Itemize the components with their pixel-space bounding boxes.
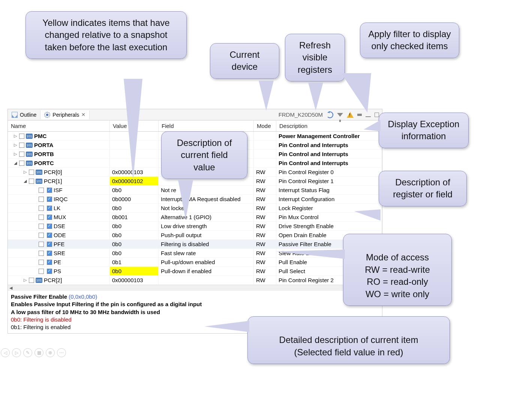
register-icon: 101 [26, 161, 33, 166]
maximize-icon[interactable] [375, 113, 379, 117]
cell-value: 0b0 [110, 222, 159, 230]
callout-tail [341, 73, 371, 113]
prev-slide-icon[interactable]: ◁ [1, 348, 10, 357]
checkbox[interactable] [29, 170, 34, 175]
close-icon[interactable]: ✕ [81, 112, 85, 117]
checkbox[interactable] [39, 233, 44, 238]
expander-icon[interactable]: ▷ [23, 170, 27, 174]
callout-tail [204, 321, 249, 332]
next-slide-icon[interactable]: ▷ [12, 348, 21, 357]
callout-tail [124, 79, 142, 180]
cell-field: Not re [159, 186, 254, 194]
checkbox[interactable] [39, 269, 44, 274]
header-name[interactable]: Name [8, 120, 110, 131]
callout-tail [259, 81, 274, 111]
expander-icon[interactable]: ▷ [23, 278, 27, 283]
pen-icon[interactable]: ✎ [23, 348, 32, 357]
table-row[interactable]: MUX0b001Alternative 1 (GPIO)RWPin Mux Co… [8, 213, 382, 222]
slides-icon[interactable]: ▦ [34, 348, 43, 357]
cell-mode: RW [254, 168, 276, 176]
tab-outline[interactable]: Outline [8, 110, 40, 119]
cell-name: ▷101PMC [8, 132, 110, 140]
view-menu-icon[interactable] [357, 114, 362, 116]
detail-line1: Enables Passive Input Filtering if the p… [11, 301, 379, 308]
tab-outline-label: Outline [20, 112, 36, 118]
table-row[interactable]: ISF0b0Not reRWInterrupt Status Flag [8, 186, 382, 195]
table-row[interactable]: DSE0b0Low drive strengthRWDrive Strength… [8, 222, 382, 231]
checkbox[interactable] [39, 260, 44, 265]
row-name: PCR[2] [44, 277, 62, 283]
expander-icon[interactable]: ◢ [23, 179, 27, 183]
callout-tail [354, 209, 381, 221]
checkbox[interactable] [47, 215, 52, 220]
cell-desc: Interrupt Status Flag [276, 186, 382, 194]
register-icon: 101 [26, 152, 33, 157]
cell-value: 0b0 [110, 267, 159, 275]
table-row[interactable]: IRQC0b0000Interrupt/DMA Request disabled… [8, 195, 382, 204]
callout-field-desc: Description of current field value [161, 131, 247, 179]
register-icon: 101 [26, 143, 33, 148]
table-row[interactable]: PFE0b0Filtering is disabledRWPassive Fil… [8, 240, 382, 249]
checkbox[interactable] [39, 242, 44, 247]
checkbox[interactable] [47, 269, 52, 274]
checkbox[interactable] [19, 143, 24, 148]
cell-value: 0b0 [110, 240, 159, 248]
expander-icon[interactable]: ◢ [13, 161, 18, 165]
checkbox[interactable] [39, 251, 44, 256]
checkbox[interactable] [39, 215, 44, 220]
cell-field: Fast slew rate [159, 249, 254, 257]
cell-desc: Pin Control Register 1 [276, 177, 382, 185]
checkbox[interactable] [47, 251, 52, 256]
row-name: PMC [34, 133, 46, 139]
cell-name: ▷101PCR[0] [8, 168, 110, 176]
table-row[interactable]: ODE0b0Push-pull outputRWOpen Drain Enabl… [8, 231, 382, 240]
checkbox[interactable] [47, 206, 52, 211]
checkbox[interactable] [29, 179, 34, 184]
cell-name: SRE [8, 249, 110, 257]
header-field[interactable]: Field [159, 120, 254, 131]
checkbox[interactable] [47, 242, 52, 247]
table-row[interactable]: ▷101PCR[2]0x00000103RWPin Control Regist… [8, 276, 382, 285]
expander-icon[interactable]: ▷ [13, 143, 18, 147]
outline-icon [12, 112, 18, 118]
checkbox[interactable] [19, 134, 24, 139]
checkbox[interactable] [47, 224, 52, 229]
zoom-icon[interactable]: ⊕ [46, 348, 55, 357]
minimize-icon[interactable] [366, 116, 371, 117]
checkbox[interactable] [47, 233, 52, 238]
cell-mode: RW [254, 258, 276, 266]
checkbox[interactable] [39, 206, 44, 211]
expander-icon[interactable]: ▷ [13, 152, 18, 156]
checkbox[interactable] [47, 260, 52, 265]
row-name: DSE [54, 223, 65, 229]
cell-value: 0x00000103 [110, 276, 159, 284]
refresh-icon[interactable] [327, 111, 333, 118]
register-icon: 101 [26, 134, 33, 139]
detail-title: Passive Filter Enable [11, 293, 67, 300]
callout-refresh: Refresh visible registers [285, 34, 345, 81]
checkbox[interactable] [39, 224, 44, 229]
table-row[interactable]: PS0b0Pull-down if enabledRWPull Select [8, 267, 382, 276]
cell-mode [254, 150, 276, 158]
row-name: PCR[0] [44, 169, 62, 175]
checkbox[interactable] [29, 278, 34, 283]
cell-desc: Drive Strength Enable [276, 222, 382, 230]
checkbox[interactable] [39, 188, 44, 193]
header-mode[interactable]: Mode [254, 120, 276, 131]
cell-name: PE [8, 258, 110, 266]
filter-icon[interactable] [337, 113, 343, 117]
checkbox[interactable] [39, 197, 44, 202]
checkbox[interactable] [19, 152, 24, 157]
table-row[interactable]: PE0b1Pull-up/down enabledRWPull Enable [8, 258, 382, 267]
scroll-left-icon[interactable]: ◀ [8, 286, 14, 290]
horizontal-scrollbar[interactable]: ◀ [8, 285, 382, 291]
checkbox[interactable] [47, 197, 52, 202]
expander-icon[interactable]: ▷ [13, 134, 18, 138]
tab-peripherals[interactable]: Peripherals ✕ [40, 110, 90, 119]
cell-name: ODE [8, 231, 110, 239]
checkbox[interactable] [19, 161, 24, 166]
checkbox[interactable] [47, 188, 52, 193]
row-name: LK [54, 205, 60, 211]
more-icon[interactable]: ⋯ [57, 348, 66, 357]
table-row[interactable]: LK0b0Not lockedRWLock Register [8, 204, 382, 213]
